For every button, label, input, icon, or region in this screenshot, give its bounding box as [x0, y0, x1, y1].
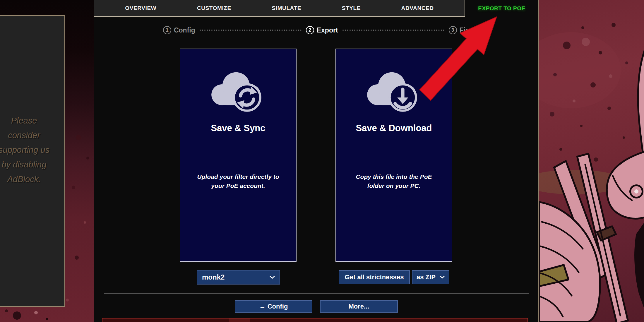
nav-tab-export-to-poe[interactable]: EXPORT TO POE: [472, 0, 531, 17]
nav-tab-style[interactable]: STYLE: [342, 5, 361, 11]
nav-tab-overview[interactable]: OVERVIEW: [125, 5, 156, 11]
card-title: Save & Sync: [180, 123, 296, 133]
step-config[interactable]: 1 Config: [163, 26, 195, 34]
chevron-down-icon: [270, 276, 275, 279]
step-label: Export: [317, 26, 338, 34]
download-format-select[interactable]: as ZIP: [412, 270, 449, 284]
nav-bar: OVERVIEW CUSTOMIZE SIMULATE STYLE ADVANC…: [94, 0, 465, 17]
button-label: More...: [349, 303, 369, 310]
step-finish[interactable]: 3 Fin: [449, 26, 470, 34]
section-divider: [104, 293, 529, 294]
card-description: Upload your filter directly to your PoE …: [191, 172, 285, 190]
adblock-text-line: supporting us: [0, 143, 64, 157]
step-number-circle: 2: [306, 26, 314, 34]
selected-profile: monk2: [202, 273, 225, 281]
red-accent-highlight: [229, 318, 250, 322]
selected-format: as ZIP: [417, 273, 436, 281]
sync-profile-select[interactable]: monk2: [197, 270, 280, 285]
more-button[interactable]: More...: [320, 300, 398, 313]
get-all-strictnesses-button[interactable]: Get all strictnesses: [339, 270, 410, 284]
nav-tab-advanced[interactable]: ADVANCED: [401, 5, 434, 11]
stepper: 1 Config 2 Export 3 Fin: [94, 25, 538, 36]
nav-tab-customize[interactable]: CUSTOMIZE: [197, 5, 231, 11]
main-panel: OVERVIEW CUSTOMIZE SIMULATE STYLE ADVANC…: [94, 0, 538, 322]
card-title: Save & Download: [336, 123, 452, 133]
step-connector: [200, 30, 302, 31]
card-description: Copy this file into the PoE folder on yo…: [347, 172, 441, 190]
button-label: ← Config: [259, 303, 288, 310]
button-label: Get all strictnesses: [345, 273, 404, 281]
cloud-download-icon: [361, 66, 427, 117]
cloud-sync-icon: [205, 66, 271, 117]
red-accent-bar: [102, 318, 528, 322]
background-art-right: [538, 0, 644, 322]
step-export[interactable]: 2 Export: [306, 26, 338, 34]
step-number-circle: 1: [163, 26, 171, 34]
save-download-card[interactable]: Save & Download Copy this file into the …: [335, 49, 452, 262]
step-connector: [342, 30, 444, 31]
adblock-text-line: consider: [0, 128, 64, 143]
filterblade-export-screen: Please consider supporting us by disabli…: [0, 0, 644, 322]
adblock-panel: Please consider supporting us by disabli…: [0, 15, 65, 307]
save-sync-card[interactable]: Save & Sync Upload your filter directly …: [180, 49, 297, 262]
step-label: Config: [174, 26, 195, 34]
step-number-circle: 3: [449, 26, 457, 34]
nav-tab-simulate[interactable]: SIMULATE: [272, 5, 302, 11]
back-to-config-button[interactable]: ← Config: [235, 300, 312, 313]
chevron-down-icon: [440, 276, 445, 279]
step-label: Fin: [460, 26, 470, 34]
adblock-text-line: AdBlock.: [0, 172, 64, 186]
adblock-text-line: by disabling: [0, 157, 64, 172]
adblock-text-line: Please: [0, 113, 64, 128]
poe-character-art: [539, 0, 644, 322]
